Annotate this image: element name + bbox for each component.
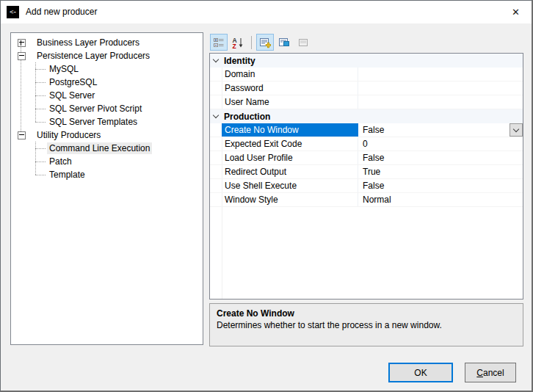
- property-value[interactable]: False: [358, 151, 523, 164]
- description-text: Determines whether to start the process …: [217, 319, 516, 331]
- property-pages-icon: [278, 37, 290, 48]
- alphabetical-sort-button[interactable]: A Z: [229, 34, 247, 51]
- dropdown-button[interactable]: [510, 123, 523, 137]
- tree-item-sql-server-templates[interactable]: SQL Server Templates: [11, 115, 203, 128]
- tree-item-label: Patch: [47, 156, 74, 167]
- grid-empty-area: [210, 207, 523, 299]
- tree-item-command-line-execution[interactable]: Command Line Execution: [11, 142, 203, 155]
- category-label: Identity: [224, 56, 255, 66]
- property-name: Domain: [222, 68, 358, 81]
- show-description-plus-icon: [259, 37, 271, 48]
- property-name: Window Style: [222, 193, 358, 206]
- chevron-down-icon[interactable]: [213, 57, 219, 62]
- property-value[interactable]: [358, 81, 523, 95]
- toolbar-separator: [251, 36, 252, 49]
- add-new-producer-dialog: <- Add new producer ✕ Business Layer Pro…: [0, 0, 533, 392]
- property-value[interactable]: False: [358, 123, 523, 137]
- property-description-panel: Create No Window Determines whether to s…: [209, 303, 523, 346]
- tree-item-label: Utility Producers: [35, 129, 103, 141]
- svg-text:Z: Z: [233, 42, 236, 48]
- description-title: Create No Window: [217, 308, 516, 319]
- property-row-domain[interactable]: Domain: [210, 68, 523, 81]
- property-toolbar: A Z: [210, 33, 312, 51]
- property-row-create-no-window[interactable]: Create No WindowFalse: [210, 123, 523, 137]
- tree-item-mysql[interactable]: MySQL: [11, 62, 203, 76]
- tree-item-persistence-layer-producers[interactable]: Persistence Layer Producers: [11, 49, 203, 62]
- ok-button[interactable]: OK: [388, 363, 453, 382]
- property-row-load-user-profile[interactable]: Load User ProfileFalse: [210, 151, 523, 165]
- property-row-redirect-output[interactable]: Redirect OutputTrue: [210, 165, 523, 179]
- tree-item-utility-producers[interactable]: Utility Producers: [11, 128, 203, 142]
- categorized-view-button[interactable]: [210, 34, 228, 51]
- property-name: Use Shell Execute: [222, 179, 358, 192]
- title-bar[interactable]: <- Add new producer ✕: [0, 0, 533, 23]
- property-value[interactable]: 0: [358, 137, 523, 150]
- property-row-expected-exit-code[interactable]: Expected Exit Code0: [210, 137, 523, 151]
- tree-item-label: Command Line Execution: [47, 142, 152, 154]
- tree-item-label: Template: [47, 169, 87, 181]
- property-row-use-shell-execute[interactable]: Use Shell ExecuteFalse: [210, 179, 523, 193]
- property-name: User Name: [222, 95, 358, 109]
- close-button[interactable]: ✕: [499, 1, 532, 23]
- sort-alphabetical-icon: A Z: [232, 37, 244, 48]
- property-name: Redirect Output: [222, 165, 358, 178]
- category-row-production[interactable]: Production: [210, 109, 523, 123]
- expand-plus-icon[interactable]: [18, 39, 26, 47]
- property-row-password[interactable]: Password: [210, 81, 523, 95]
- property-grid: IdentityDomainPasswordUser NameProductio…: [209, 53, 523, 300]
- property-name: Load User Profile: [222, 151, 358, 164]
- cancel-button[interactable]: Cancel: [465, 363, 516, 382]
- producer-tree: Business Layer ProducersPersistence Laye…: [10, 32, 203, 345]
- tree-item-postgresql[interactable]: PostgreSQL: [11, 76, 203, 89]
- tree-item-label: SQL Server: [47, 90, 97, 101]
- tree-item-label: PostgreSQL: [47, 76, 99, 88]
- tree-item-sql-server[interactable]: SQL Server: [11, 89, 203, 102]
- collapse-minus-icon[interactable]: [18, 52, 26, 60]
- tree-item-sql-server-pivot-script[interactable]: SQL Server Pivot Script: [11, 102, 203, 115]
- window-title: Add new producer: [26, 7, 97, 17]
- property-row-window-style[interactable]: Window StyleNormal: [210, 193, 523, 207]
- show-description-button[interactable]: [256, 34, 274, 51]
- category-row-identity[interactable]: Identity: [210, 54, 523, 68]
- tree-item-label: Business Layer Producers: [35, 37, 142, 48]
- property-pages-button[interactable]: [275, 34, 293, 51]
- categorized-icon: [213, 37, 225, 48]
- property-pages-disabled-button: [294, 34, 312, 51]
- tree-item-business-layer-producers[interactable]: Business Layer Producers: [11, 36, 203, 49]
- category-label: Production: [224, 112, 270, 122]
- property-row-user-name[interactable]: User Name: [210, 95, 523, 109]
- property-name: Expected Exit Code: [222, 137, 358, 150]
- tree-item-label: MySQL: [47, 63, 81, 75]
- chevron-down-icon[interactable]: [213, 112, 219, 118]
- property-value[interactable]: False: [358, 179, 523, 192]
- tree-item-label: Persistence Layer Producers: [35, 50, 152, 62]
- property-value[interactable]: True: [358, 165, 523, 178]
- chevron-down-icon: [513, 126, 519, 131]
- tree-item-label: SQL Server Templates: [47, 116, 139, 128]
- property-pages-disabled-icon: [297, 37, 309, 48]
- tree-item-template[interactable]: Template: [11, 168, 203, 181]
- property-name: Create No Window: [222, 123, 358, 137]
- property-value[interactable]: [358, 95, 523, 109]
- close-icon: ✕: [512, 7, 520, 18]
- app-icon: <-: [7, 6, 19, 18]
- tree-item-patch[interactable]: Patch: [11, 155, 203, 168]
- property-value[interactable]: Normal: [358, 193, 523, 206]
- tree-item-label: SQL Server Pivot Script: [47, 103, 144, 115]
- collapse-minus-icon[interactable]: [18, 131, 26, 139]
- property-name: Password: [222, 81, 358, 95]
- property-value[interactable]: [358, 68, 523, 81]
